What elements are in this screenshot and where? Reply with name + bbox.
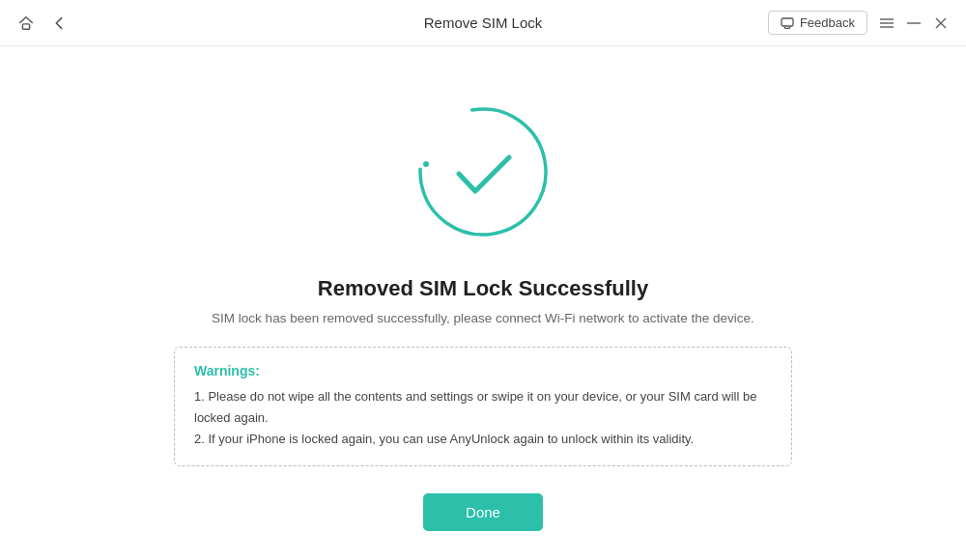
- svg-point-8: [411, 99, 556, 245]
- svg-rect-0: [22, 23, 29, 28]
- svg-rect-1: [781, 18, 793, 26]
- home-icon[interactable]: [15, 13, 37, 34]
- feedback-label: Feedback: [800, 15, 855, 30]
- done-button[interactable]: Done: [423, 493, 543, 531]
- page-title: Remove SIM Lock: [424, 14, 543, 31]
- close-icon[interactable]: [931, 14, 951, 33]
- warning-item-1: 1. Please do not wipe all the contents a…: [194, 386, 772, 429]
- warning-title: Warnings:: [194, 363, 772, 378]
- minimize-icon[interactable]: [904, 14, 923, 33]
- title-bar-right: Feedback: [768, 11, 951, 35]
- menu-icon[interactable]: [877, 14, 896, 33]
- back-icon[interactable]: [48, 13, 70, 34]
- main-content: Removed SIM Lock Successfully SIM lock h…: [0, 46, 966, 531]
- title-bar-left: [15, 13, 70, 34]
- feedback-button[interactable]: Feedback: [768, 11, 867, 35]
- success-title: Removed SIM Lock Successfully: [318, 276, 648, 301]
- window-controls: [877, 14, 951, 33]
- title-bar: Remove SIM Lock Feedback: [0, 0, 966, 46]
- svg-point-9: [423, 161, 429, 167]
- warning-box: Warnings: 1. Please do not wipe all the …: [174, 347, 792, 466]
- success-circle: [406, 95, 560, 249]
- warning-text: 1. Please do not wipe all the contents a…: [194, 386, 772, 450]
- success-subtitle: SIM lock has been removed successfully, …: [212, 311, 754, 325]
- warning-item-2: 2. If your iPhone is locked again, you c…: [194, 429, 772, 450]
